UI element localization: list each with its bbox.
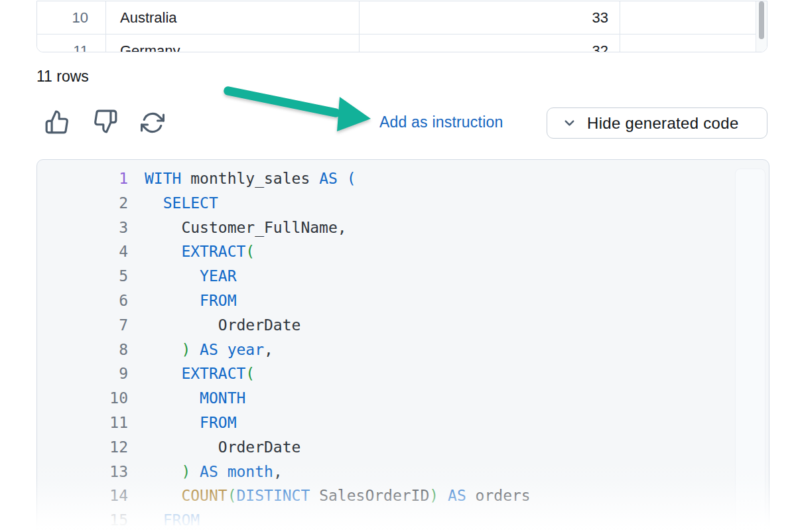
token-pl (145, 365, 181, 382)
line-number: 9 (37, 362, 128, 386)
token-p2: ( (245, 243, 255, 260)
code-text: OrderDate (128, 435, 300, 460)
token-kw: AS (448, 487, 466, 504)
token-pl (190, 341, 200, 358)
code-line: 14 COUNT(DISTINCT SalesOrderID) AS order… (37, 484, 769, 508)
token-id: monthly_sales (190, 170, 310, 187)
line-number: 10 (37, 386, 128, 411)
code-text: OrderDate (128, 313, 300, 338)
token-pl (145, 219, 181, 236)
token-kw: DISTINCT (237, 487, 310, 504)
result-table: 10Australia3311Germany32 (36, 1, 767, 52)
code-line: 10 MONTH (37, 386, 769, 411)
token-pl (218, 463, 228, 480)
code-text: FROM (128, 411, 236, 435)
token-p2: ) (181, 463, 190, 480)
token-pl (338, 170, 347, 187)
page: 10Australia3311Germany32 11 rows (0, 0, 796, 532)
token-p2: ( (245, 365, 255, 382)
token-id: OrderDate (218, 438, 301, 456)
annotation-arrow-head (337, 97, 371, 131)
token-id: , (273, 463, 283, 480)
code-line: 9 EXTRACT( (37, 362, 769, 386)
hide-generated-code-button[interactable]: Hide generated code (547, 107, 767, 139)
token-kw: month (228, 463, 273, 480)
token-pl (190, 463, 200, 480)
token-pl (310, 487, 319, 504)
token-kw: AS (200, 463, 218, 480)
hide-generated-code-label: Hide generated code (587, 114, 739, 133)
value-cell: 32 (360, 34, 620, 52)
regenerate-button[interactable] (141, 111, 165, 135)
code-text: YEAR (128, 264, 236, 289)
code-line: 1WITH monthly_sales AS ( (37, 166, 769, 191)
token-kw: MONTH (200, 389, 245, 407)
token-kw: YEAR (200, 267, 236, 285)
token-p2: ( (228, 487, 237, 504)
code-text: FROM (128, 289, 236, 313)
token-pl (145, 414, 200, 431)
token-id: , (264, 341, 273, 358)
line-number: 13 (37, 460, 128, 484)
line-number: 11 (37, 411, 128, 435)
refresh-icon (141, 127, 165, 137)
code-line: 15 FROM (37, 508, 769, 532)
token-pl (145, 438, 218, 456)
token-id: orders (476, 487, 531, 504)
code-line: 6 FROM (37, 289, 769, 313)
code-text: EXTRACT( (128, 239, 255, 264)
extra-cell (620, 34, 767, 52)
token-kw: FROM (163, 511, 200, 529)
result-table-body: 10Australia3311Germany32 (37, 1, 767, 52)
line-number: 12 (37, 435, 128, 460)
line-number: 7 (37, 313, 128, 338)
token-pl (310, 170, 319, 187)
code-line: 4 EXTRACT( (37, 239, 769, 264)
code-text: EXTRACT( (128, 362, 255, 386)
country-cell: Australia (106, 1, 360, 34)
thumbs-down-icon (93, 126, 118, 136)
code-text: ) AS month, (128, 460, 283, 484)
code-line: 13 ) AS month, (37, 460, 769, 484)
token-pl (145, 316, 218, 334)
add-as-instruction-link[interactable]: Add as instruction (379, 113, 503, 131)
code-line: 7 OrderDate (37, 313, 769, 338)
line-number: 8 (37, 338, 128, 362)
value-cell: 33 (360, 1, 620, 34)
token-id: OrderDate (218, 316, 301, 334)
token-pl (145, 389, 200, 407)
line-number: 15 (37, 508, 128, 532)
token-p2: ) (429, 487, 438, 504)
code-line: 11 FROM (37, 411, 769, 435)
token-pl (181, 170, 190, 187)
table-scrollbar-thumb[interactable] (759, 1, 764, 39)
token-pl (145, 267, 200, 285)
table-row: 11Germany32 (37, 34, 767, 52)
token-fn: COUNT (181, 487, 227, 504)
code-line: 5 YEAR (37, 264, 769, 289)
code-text: WITH monthly_sales AS ( (128, 166, 356, 191)
token-pl (145, 341, 181, 358)
token-pl (466, 487, 476, 504)
row-index-cell: 10 (37, 1, 106, 34)
token-pl (438, 487, 448, 504)
line-number: 4 (37, 239, 128, 264)
token-pl (145, 292, 200, 309)
row-count-label: 11 rows (36, 68, 89, 86)
code-line: 3 Customer_FullName, (37, 216, 769, 240)
thumbs-up-button[interactable] (44, 109, 70, 135)
extra-cell (620, 1, 767, 34)
thumbs-down-button[interactable] (93, 109, 118, 134)
table-scrollbar-track (756, 1, 767, 52)
token-kw: EXTRACT (181, 243, 245, 260)
token-kw: WITH (145, 170, 181, 187)
generated-code-block: 1WITH monthly_sales AS (2 SELECT3 Custom… (36, 159, 769, 532)
token-pl (218, 341, 228, 358)
code-lines: 1WITH monthly_sales AS (2 SELECT3 Custom… (37, 166, 769, 532)
token-kw: AS (200, 341, 218, 358)
token-p1: ( (347, 170, 356, 187)
code-text: COUNT(DISTINCT SalesOrderID) AS orders (128, 484, 531, 508)
token-id: Customer_FullName, (181, 219, 346, 236)
line-number: 5 (37, 264, 128, 289)
token-p2: ) (181, 341, 190, 358)
